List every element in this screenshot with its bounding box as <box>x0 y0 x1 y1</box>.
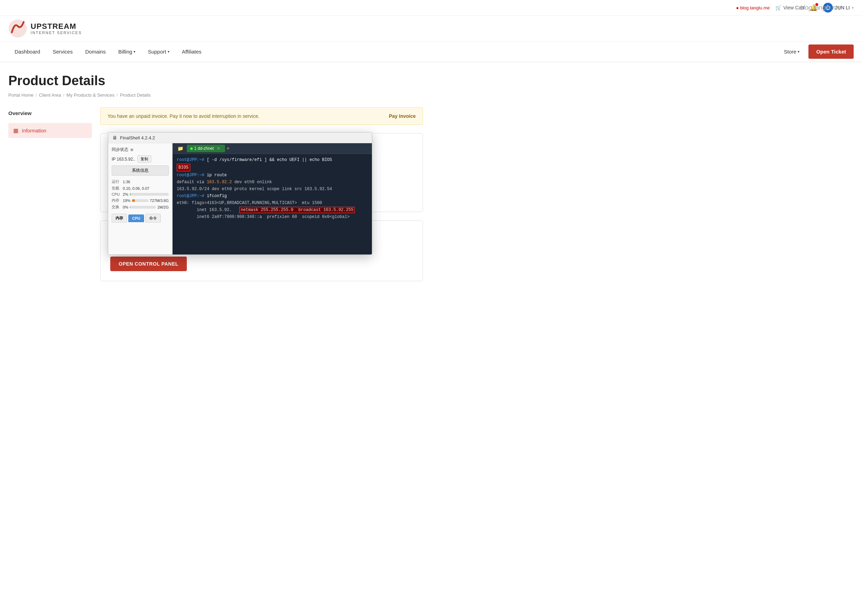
invoice-message: You have an unpaid invoice. Pay it now t… <box>107 113 260 119</box>
connection-tab[interactable]: 1 dd-zhnet ✕ <box>187 145 225 152</box>
nav-dashboard[interactable]: Dashboard <box>8 42 46 61</box>
swap-bar <box>130 206 156 209</box>
mem-bar <box>132 199 148 202</box>
user-caret-icon: ▾ <box>852 6 854 10</box>
terminal-line: BIOS <box>177 164 368 171</box>
finalshell-terminal-panel: 📁 1 dd-zhnet ✕ + root@JPP:~# [ -d /sys/f… <box>173 143 372 255</box>
nav-billing[interactable]: Billing ▾ <box>112 42 142 61</box>
folder-button[interactable]: 📁 <box>175 145 185 152</box>
add-tab-button[interactable]: + <box>227 145 230 152</box>
mem-stat-row: 内存 19% 727M/3.8G <box>112 198 169 203</box>
tab-mem-button[interactable]: 内存 <box>112 214 127 223</box>
nav-support[interactable]: Support ▾ <box>142 42 176 61</box>
swap-stat-row: 交换 0% 1M/2G <box>112 204 169 210</box>
tab-cpu-button[interactable]: CPU <box>128 214 144 222</box>
breadcrumb-client-area[interactable]: Client Area <box>39 93 61 98</box>
logo-sub-text: INTERNET SERVICES <box>31 31 82 35</box>
terminal-line: root@JPP:~# [ -d /sys/firmware/efi ] && … <box>177 157 368 163</box>
terminal-line: inet 163.5.92. netmask 255.255.255.0 bro… <box>177 207 368 213</box>
breadcrumb: Portal Home / Client Area / My Products … <box>8 93 423 98</box>
breadcrumb-current: Product Details <box>120 93 151 98</box>
uptime-row: 运行 1:36 <box>112 179 169 184</box>
terminal-output: root@JPP:~# [ -d /sys/firmware/efi ] && … <box>173 154 372 255</box>
breadcrumb-my-products[interactable]: My Products & Services <box>66 93 115 98</box>
pay-invoice-link[interactable]: Pay Invoice <box>389 113 416 119</box>
finalshell-left-panel: 同步状态 IP 163.5.92.. 复制 系统信息 运行 1:36 负载 0.… <box>108 143 173 255</box>
finalshell-bottom-tabs: 内存 CPU 命令 <box>112 214 169 223</box>
logo[interactable]: UPSTREAM INTERNET SERVICES <box>8 19 82 38</box>
load-row: 负载 0.10, 0.06, 0.07 <box>112 185 169 191</box>
sidebar-item-information[interactable]: ▦ Information <box>8 123 92 138</box>
terminal-line: root@JPP:~# ifconfig <box>177 193 368 199</box>
header: UPSTREAM INTERNET SERVICES <box>0 16 862 42</box>
terminal-line: default via 163.5.92.2 dev eth0 onlink <box>177 179 368 185</box>
finalshell-top-tabs: 📁 1 dd-zhnet ✕ + <box>173 143 372 154</box>
cpu-bar <box>130 193 169 196</box>
nav-affiliates[interactable]: Affiliates <box>176 42 208 61</box>
finalshell-titlebar: 🖥 FinalShell 4.2.4.2 <box>108 132 372 143</box>
invoice-banner: You have an unpaid invoice. Pay it now t… <box>100 107 423 125</box>
sync-status-dot <box>131 148 133 151</box>
terminal-line: root@JPP:~# ip route <box>177 172 368 178</box>
terminal-line: inet6 2a0f:7800:900:340::a prefixlen 60 … <box>177 214 368 220</box>
finalshell-ip-row: IP 163.5.92.. 复制 <box>112 156 169 163</box>
logo-main-text: UPSTREAM <box>31 22 82 31</box>
finalshell-body: 同步状态 IP 163.5.92.. 复制 系统信息 运行 1:36 负载 0.… <box>108 143 372 255</box>
navbar: Dashboard Services Domains Billing ▾ Sup… <box>0 42 862 62</box>
nav-domains[interactable]: Domains <box>79 42 112 61</box>
open-control-panel-button[interactable]: OPEN CONTROL PANEL <box>110 256 187 271</box>
topbar-blog-text: ● blog.tanglu.me <box>736 5 770 10</box>
finalshell-window: 🖥 FinalShell 4.2.4.2 同步状态 IP 163.5.92.. … <box>108 132 372 255</box>
logo-icon <box>8 19 27 38</box>
inet-highlight: netmask 255.255.255.0 broadcast 163.5.92… <box>240 207 355 213</box>
finalshell-sync-row: 同步状态 <box>112 147 169 152</box>
sysinfo-button[interactable]: 系统信息 <box>112 165 169 176</box>
nav-store[interactable]: Store ▾ <box>778 42 806 61</box>
cart-icon: 🛒 <box>775 5 781 10</box>
ip-copy-button[interactable]: 复制 <box>137 156 151 163</box>
billing-caret-icon: ▾ <box>134 50 136 53</box>
finalshell-title: FinalShell 4.2.4.2 <box>120 135 155 140</box>
terminal-line: 163.5.92.0/24 dev eth0 proto kernel scop… <box>177 186 368 192</box>
sidebar: Overview ▦ Information <box>8 107 92 281</box>
support-caret-icon: ▾ <box>168 50 169 53</box>
terminal-line: eth0: flags=4163<UP,BROADCAST,RUNNING,MU… <box>177 200 368 206</box>
tab-close-icon[interactable]: ✕ <box>215 146 222 151</box>
watermark: blog.tanglu.me <box>800 4 841 11</box>
breadcrumb-portal-home[interactable]: Portal Home <box>8 93 33 98</box>
open-ticket-button[interactable]: Open Ticket <box>808 44 854 59</box>
information-icon: ▦ <box>13 127 19 134</box>
connection-status-dot <box>190 148 193 150</box>
tab-cmd-button[interactable]: 命令 <box>145 214 161 223</box>
page-title: Product Details <box>8 73 423 88</box>
store-caret-icon: ▾ <box>797 50 799 53</box>
finalshell-icon: 🖥 <box>112 135 117 140</box>
sidebar-heading: Overview <box>8 107 92 119</box>
topbar: ● blog.tanglu.me 🛒 View Cart 🔔 ⏻ JUN LI … <box>0 0 862 16</box>
cpu-stat-row: CPU 2% <box>112 192 169 196</box>
nav-services[interactable]: Services <box>46 42 79 61</box>
